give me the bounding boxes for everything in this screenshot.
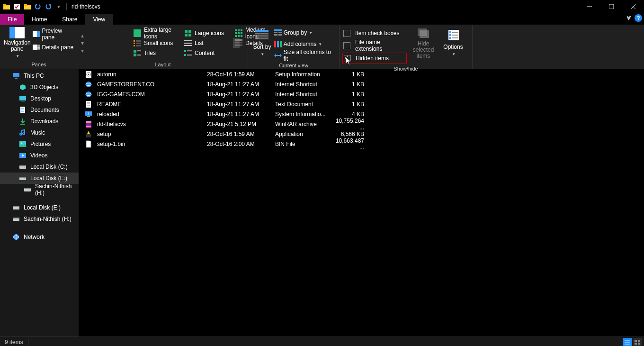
folder-icon [2, 2, 11, 11]
file-name: setup [97, 131, 207, 137]
layout-small[interactable]: Small icons [132, 38, 182, 48]
file-row[interactable]: GAMESTORRENT.CO18-Aug-21 11:27 AMInterne… [79, 79, 644, 89]
nav-item[interactable]: Music [0, 127, 79, 138]
navigation-pane[interactable]: This PC3D ObjectsDesktopDocumentsDownloa… [0, 69, 79, 337]
separator [28, 339, 28, 346]
hide-selected-button[interactable]: Hide selected items [407, 26, 440, 59]
svg-rect-121 [87, 116, 90, 117]
qat-dropdown-icon[interactable]: ▾ [54, 2, 63, 11]
svg-rect-46 [137, 50, 141, 51]
properties-icon[interactable] [12, 2, 22, 11]
close-button[interactable] [622, 0, 644, 13]
file-name: autorun [97, 71, 207, 78]
nav-item[interactable]: Network [0, 231, 79, 243]
svg-rect-81 [19, 96, 26, 100]
tab-file[interactable]: File [0, 14, 24, 25]
svg-rect-52 [187, 50, 192, 51]
dl-icon [19, 118, 27, 125]
add-columns-button[interactable]: Add columns▾ [273, 39, 336, 49]
tab-share[interactable]: Share [54, 14, 85, 25]
file-row[interactable]: README18-Aug-21 11:27 AMText Document1 K… [79, 99, 644, 109]
group-panes-label: Panes [0, 61, 78, 69]
layout-tiles[interactable]: Tiles [132, 48, 182, 58]
nav-item[interactable]: This PC [0, 70, 79, 82]
svg-point-114 [86, 91, 91, 97]
nav-item[interactable]: Local Disk (E:) [0, 202, 79, 213]
content-icon [184, 49, 192, 57]
group-by-button[interactable]: Group by▾ [273, 27, 336, 38]
file-list[interactable]: autorun28-Oct-16 1:59 AMSetup Informatio… [79, 69, 644, 337]
svg-rect-101 [13, 206, 19, 207]
nav-item-label: Downloads [30, 118, 58, 125]
details-pane-button[interactable]: Details pane [32, 42, 75, 53]
status-bar: 9 items [0, 337, 644, 346]
collapse-ribbon-icon[interactable]: ⮟ [626, 15, 632, 21]
nav-item[interactable]: Sachin-Nithish (H:) [0, 184, 79, 195]
tab-view[interactable]: View [85, 14, 113, 25]
preview-pane-icon [33, 30, 40, 38]
redo-icon[interactable] [44, 2, 53, 11]
item-checkboxes-toggle[interactable]: Item check boxes [342, 28, 407, 38]
nav-item[interactable]: Documents [0, 104, 79, 116]
new-folder-icon[interactable] [23, 2, 32, 11]
preview-pane-button[interactable]: Preview pane [32, 29, 75, 39]
size-all-columns-button[interactable]: Size all columns to fit [273, 50, 336, 61]
file-name: README [97, 101, 207, 108]
nav-item[interactable]: Sachin-Nithish (H:) [0, 213, 79, 225]
svg-rect-47 [137, 52, 141, 52]
svg-point-89 [21, 143, 22, 144]
file-type: Text Document [275, 101, 330, 108]
svg-rect-10 [9, 27, 15, 38]
nav-item[interactable]: Local Disk (C:) [0, 161, 79, 173]
nav-item[interactable]: Downloads [0, 116, 79, 127]
options-button[interactable]: Options ▾ [440, 26, 466, 59]
layout-details[interactable]: Details [233, 38, 240, 48]
file-name: rld-thelscvs [97, 121, 207, 127]
file-row[interactable]: IGG-GAMES.COM18-Aug-21 11:27 AMInternet … [79, 89, 644, 99]
minimize-button[interactable] [579, 0, 600, 13]
file-row[interactable]: rld-thelscvs23-Aug-21 5:12 PMWinRAR arch… [79, 119, 644, 129]
layout-content[interactable]: Content [182, 48, 233, 58]
nav-item[interactable]: Desktop [0, 93, 79, 104]
hidden-items-toggle[interactable]: Hidden items [342, 53, 407, 64]
nav-item[interactable]: Pictures [0, 138, 79, 150]
file-type: Internet Shortcut [275, 91, 330, 98]
svg-rect-6 [609, 4, 614, 9]
quick-access-toolbar: ▾ rld-thelscvs [0, 2, 100, 11]
file-extensions-toggle[interactable]: File name extensions [342, 40, 407, 51]
3d-icon [19, 83, 27, 91]
nav-item[interactable]: Local Disk (E:) [0, 173, 79, 184]
layout-spinner[interactable]: ▴▾▾ [81, 28, 131, 58]
svg-rect-35 [136, 43, 141, 44]
svg-rect-20 [188, 30, 191, 33]
navigation-pane-button[interactable]: Navigation pane ▾ [3, 26, 32, 59]
nav-item[interactable]: Videos [0, 150, 79, 161]
help-icon[interactable]: ? [635, 14, 642, 22]
tab-home[interactable]: Home [24, 14, 54, 25]
svg-rect-26 [235, 32, 237, 34]
file-type: System Informatio... [275, 111, 330, 118]
maximize-button[interactable] [600, 0, 622, 13]
details-view-button[interactable] [623, 338, 632, 346]
undo-icon[interactable] [33, 2, 43, 11]
svg-rect-92 [19, 165, 26, 166]
layout-medium[interactable]: Medium icons [233, 28, 240, 38]
layout-large[interactable]: Large icons [182, 28, 233, 38]
bin-icon [85, 140, 92, 148]
svg-point-111 [88, 73, 89, 75]
nav-item-label: Local Disk (E:) [30, 175, 67, 182]
nav-item-label: 3D Objects [30, 84, 58, 91]
checkbox-icon [343, 42, 350, 49]
svg-rect-57 [255, 30, 268, 32]
file-row[interactable]: setup-1.bin28-Oct-16 2:00 AMBIN File10,6… [79, 139, 644, 149]
layout-extra-large[interactable]: Extra large icons [132, 28, 182, 38]
video-icon [19, 152, 27, 159]
layout-list[interactable]: List [182, 38, 233, 48]
file-type: BIN File [275, 141, 330, 147]
options-icon [446, 28, 461, 43]
sort-by-button[interactable]: Sort by ▾ [251, 26, 273, 59]
svg-rect-104 [13, 218, 19, 219]
file-name: setup-1.bin [97, 141, 207, 147]
nav-item[interactable]: 3D Objects [0, 82, 79, 93]
thumbnails-view-button[interactable] [633, 338, 642, 346]
